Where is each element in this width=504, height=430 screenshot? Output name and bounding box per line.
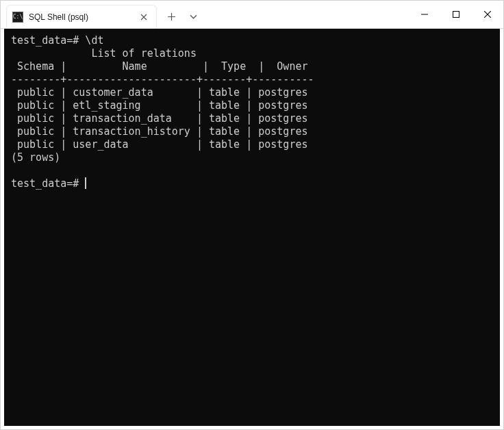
terminal-prompt: test_data=# [11,177,85,190]
terminal-body[interactable]: test_data=# \dt List of relations Schema… [4,29,500,426]
minimize-button[interactable] [409,1,440,28]
close-icon [484,11,491,18]
tab-dropdown-button[interactable] [183,6,203,27]
window-controls [409,1,503,28]
close-tab-button[interactable] [138,12,149,23]
titlebar: C:\ SQL Shell (psql) [1,1,503,29]
plus-icon [168,13,175,21]
app-window: C:\ SQL Shell (psql) [0,0,504,430]
terminal-icon: C:\ [12,12,23,23]
close-window-button[interactable] [472,1,503,28]
tab-sql-shell[interactable]: C:\ SQL Shell (psql) [6,5,157,28]
maximize-button[interactable] [440,1,472,28]
tab-actions [157,5,207,28]
close-icon [140,14,147,21]
svg-rect-0 [453,12,459,18]
tabs-area: C:\ SQL Shell (psql) [1,1,409,28]
new-tab-button[interactable] [161,6,181,27]
minimize-icon [421,11,428,18]
tab-title: SQL Shell (psql) [29,12,133,22]
maximize-icon [453,11,459,18]
chevron-down-icon [190,14,197,19]
terminal-cursor [85,177,86,189]
